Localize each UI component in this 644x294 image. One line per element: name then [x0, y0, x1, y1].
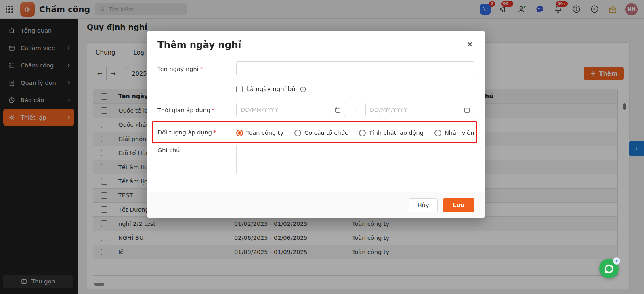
- cancel-button[interactable]: Hủy: [409, 198, 438, 212]
- target-label: Đối tượng áp dụng: [157, 129, 234, 136]
- date-separator: -: [345, 107, 365, 113]
- holiday-name-label: Tên ngày nghỉ: [157, 66, 234, 72]
- modal-footer: Hủy Lưu: [147, 192, 485, 218]
- chat-bubble-icon: [604, 263, 615, 274]
- compensatory-checkbox[interactable]: [236, 86, 243, 92]
- holiday-name-input[interactable]: [236, 61, 474, 76]
- close-icon[interactable]: ✕: [466, 40, 473, 48]
- note-label: Ghi chú: [157, 147, 234, 153]
- target-radio-option[interactable]: Tính chất lao động: [359, 130, 424, 136]
- period-label: Thời gian áp dụng: [157, 107, 234, 113]
- chat-widget-button[interactable]: ×: [599, 259, 619, 278]
- note-textarea[interactable]: [236, 145, 474, 174]
- radio-option-label: Nhân viên: [445, 130, 474, 136]
- add-holiday-modal: Thêm ngày nghỉ ✕ Tên ngày nghỉ Là ngày n…: [147, 31, 485, 218]
- radio-icon: [294, 130, 301, 136]
- modal-title: Thêm ngày nghỉ: [157, 40, 241, 50]
- radio-option-label: Cơ cấu tổ chức: [304, 130, 348, 136]
- target-radio-option[interactable]: Toàn công ty: [236, 130, 283, 136]
- chat-close-badge[interactable]: ×: [613, 257, 620, 265]
- compensatory-label: Là ngày nghỉ bù: [247, 86, 296, 93]
- radio-option-label: Toàn công ty: [246, 130, 283, 136]
- info-icon[interactable]: [300, 86, 306, 93]
- target-radio-group: Toàn công tyCơ cấu tổ chứcTính chất lao …: [236, 127, 474, 139]
- target-radio-option[interactable]: Nhân viên: [434, 130, 474, 136]
- radio-selected-icon: [236, 130, 243, 136]
- radio-icon: [359, 130, 366, 136]
- save-button[interactable]: Lưu: [443, 198, 474, 212]
- target-radio-option[interactable]: Cơ cấu tổ chức: [294, 130, 348, 136]
- start-date-input[interactable]: [236, 103, 345, 117]
- radio-option-label: Tính chất lao động: [369, 130, 424, 136]
- end-date-input[interactable]: [365, 103, 474, 117]
- end-date-field: [365, 103, 474, 117]
- start-date-field: [236, 103, 345, 117]
- radio-icon: [434, 130, 441, 136]
